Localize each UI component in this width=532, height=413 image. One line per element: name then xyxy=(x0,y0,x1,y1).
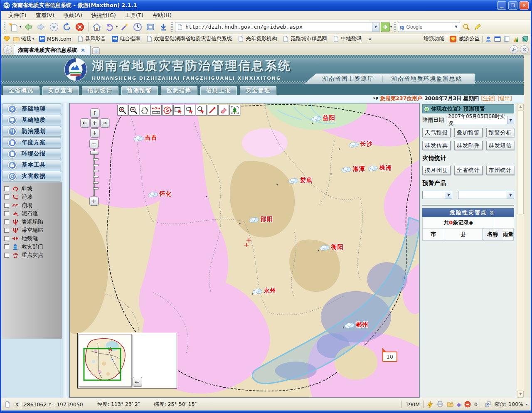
menu-item[interactable]: 快捷组(G) xyxy=(87,11,121,20)
city-marker[interactable]: 湘潭 xyxy=(341,165,365,173)
zoom-in-button[interactable]: + xyxy=(89,197,99,206)
favorites-heart-icon[interactable] xyxy=(4,36,10,42)
city-marker[interactable]: 益阳 xyxy=(311,114,335,122)
page-scrollbar[interactable]: ▲ ▼ xyxy=(517,103,524,398)
layer-checkbox[interactable] xyxy=(4,194,9,199)
resize-icon[interactable] xyxy=(485,401,491,408)
map-tool-button[interactable] xyxy=(173,105,184,116)
nav-tab[interactable]: 安全管理 xyxy=(240,86,276,95)
toolbar-grip[interactable] xyxy=(4,22,5,32)
splitter[interactable] xyxy=(62,103,69,398)
action-button[interactable]: 预警分析 xyxy=(486,128,515,137)
product-select-small[interactable]: ▼ xyxy=(422,191,452,199)
map-tool-button[interactable] xyxy=(185,105,195,116)
action-button[interactable]: 叠加预警 xyxy=(454,128,483,137)
layer-checkbox[interactable] xyxy=(4,228,9,233)
link-item[interactable]: 光年摄影机构 xyxy=(235,35,280,43)
link-item[interactable]: 中地数码 xyxy=(330,35,365,43)
layer-checkbox[interactable] xyxy=(4,253,9,258)
collapse-chevron-icon[interactable] xyxy=(490,211,494,215)
sidebar-group-button[interactable]: 年度方案 xyxy=(2,137,61,148)
stats-button[interactable]: 按月州县 xyxy=(422,166,451,175)
new-page-button[interactable] xyxy=(7,21,19,33)
tab-active[interactable]: 湖南省地质灾害信息系统 × xyxy=(14,45,91,55)
sidebar-group-button[interactable]: 防治规划 xyxy=(2,126,61,137)
sidebar-group-button[interactable]: 基础地质 xyxy=(2,115,61,125)
stop-button[interactable] xyxy=(74,21,86,33)
minimize-button[interactable]: ▁ xyxy=(497,1,506,10)
forward-button[interactable] xyxy=(35,21,47,33)
sidebar-group-button[interactable]: 基本工具 xyxy=(2,160,61,170)
city-marker[interactable]: 长沙 xyxy=(348,140,373,148)
city-marker[interactable]: 怀化 xyxy=(148,190,172,198)
nav-tab[interactable]: 灾点查询 xyxy=(42,86,79,95)
layer-checkbox[interactable] xyxy=(4,244,9,249)
download-button[interactable] xyxy=(158,21,169,33)
city-marker[interactable]: 邵阳 xyxy=(249,216,273,223)
home-button[interactable] xyxy=(91,21,103,33)
refresh-button[interactable] xyxy=(61,21,73,33)
menu-item[interactable]: 查看(V) xyxy=(31,11,59,20)
rain-date-select[interactable]: 2007年05月05日08时实况 ▼ xyxy=(446,116,514,124)
capture-button[interactable] xyxy=(145,21,156,33)
highlight-button[interactable] xyxy=(473,22,483,32)
overview-map[interactable] xyxy=(79,334,132,387)
charity-heart-icon[interactable] xyxy=(450,36,456,42)
zoom-level[interactable]: 缩放: 100% xyxy=(495,401,523,408)
menu-item[interactable]: 文件(F) xyxy=(4,11,31,20)
org-link[interactable]: 湖南省地质环境监测总站 xyxy=(392,75,463,83)
pan-center-button[interactable]: ✛ xyxy=(90,118,99,128)
logout-link[interactable]: [注销] xyxy=(481,95,495,102)
link-item[interactable]: 链接 ▾ xyxy=(11,35,37,43)
layer-checkbox[interactable] xyxy=(4,236,9,241)
layer-checkbox[interactable] xyxy=(4,211,9,216)
map-tool-button[interactable] xyxy=(207,105,218,116)
charity-link[interactable]: 傲游公益 xyxy=(459,35,480,42)
city-marker[interactable]: 永州 xyxy=(252,287,276,295)
nav-tab[interactable]: 应急指挥 xyxy=(161,86,197,95)
menu-item[interactable]: 帮助(H) xyxy=(148,11,176,20)
address-input[interactable] xyxy=(185,23,370,30)
search-input[interactable] xyxy=(406,24,452,30)
layer-checkbox[interactable] xyxy=(4,186,9,191)
scroll-down-button[interactable]: ▼ xyxy=(517,391,524,398)
address-dropdown-arrow[interactable]: ▼ xyxy=(372,22,379,32)
map-tool-button[interactable] xyxy=(218,105,229,116)
restore-button[interactable]: ❐ xyxy=(508,1,517,10)
link-item[interactable]: 暴风影音 xyxy=(75,35,109,43)
links-overflow-chevron[interactable]: » xyxy=(366,36,374,42)
sidebar-group-button[interactable]: 基础地理 xyxy=(2,103,61,114)
scroll-up-button[interactable]: ▲ xyxy=(517,103,524,110)
enhance-menu[interactable]: 增强功能 xyxy=(424,35,444,42)
title-bar[interactable]: 湖南省地质灾害信息系统 - 傲游(Maxthon) 2.1.1 ▁ ❐ ✕ xyxy=(1,0,531,11)
lightning-icon[interactable] xyxy=(427,401,433,408)
map-tool-button[interactable] xyxy=(229,105,240,116)
stats-button[interactable]: 全省统计 xyxy=(454,166,483,175)
nav-tab[interactable]: 预测预警 xyxy=(121,86,158,95)
layer-checkbox[interactable] xyxy=(4,203,9,208)
toolbar-grip[interactable] xyxy=(171,22,173,32)
sidebar-group-button[interactable]: 灾害数据 xyxy=(2,171,61,182)
link-item[interactable]: 觅路城市精品网 xyxy=(280,35,330,43)
favorites-star-button[interactable] xyxy=(3,45,12,54)
org-link[interactable]: 湖南省国土资源厅 xyxy=(322,75,374,83)
pan-up-button[interactable]: ↑ xyxy=(90,108,99,118)
close-button[interactable]: ✕ xyxy=(520,1,529,10)
map-tool-button[interactable] xyxy=(128,105,139,116)
pan-down-button[interactable]: ↓ xyxy=(90,128,99,138)
scroll-thumb[interactable] xyxy=(517,111,524,214)
cube-plugin-icon[interactable] xyxy=(522,36,528,42)
back-button[interactable] xyxy=(22,21,34,33)
map-viewport[interactable]: ?S ↑ ← ✛ → ↓ − xyxy=(69,103,419,398)
close-tabs-button[interactable] xyxy=(520,45,529,54)
layer-checkbox[interactable] xyxy=(4,219,9,224)
city-marker[interactable]: 衡阳 xyxy=(319,243,344,251)
toolbar-grip[interactable] xyxy=(394,22,396,32)
link-item[interactable]: MSN.com xyxy=(37,35,75,42)
rain-flag-marker[interactable]: 10 xyxy=(382,352,397,362)
city-marker[interactable]: 吉首 xyxy=(133,134,158,142)
diamond-icon[interactable]: ◆ xyxy=(457,401,461,408)
history-button[interactable] xyxy=(132,21,143,33)
danger-points-header[interactable]: 危险性灾害点 xyxy=(422,208,514,217)
new-tab-button[interactable]: + xyxy=(92,47,100,54)
